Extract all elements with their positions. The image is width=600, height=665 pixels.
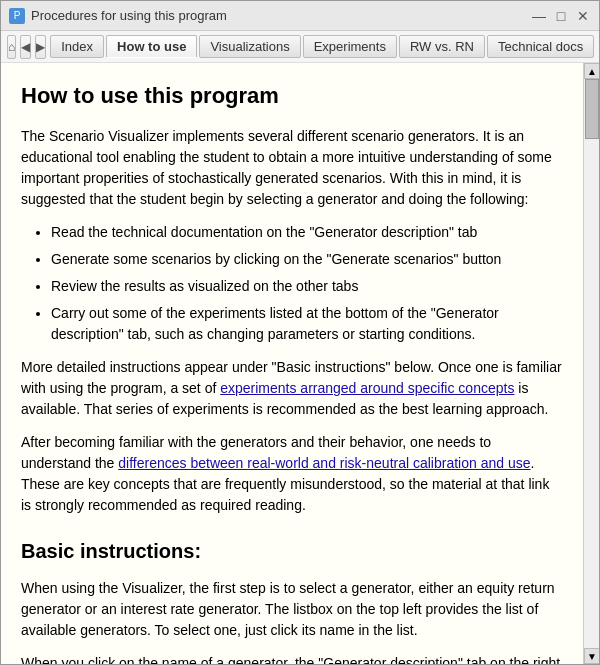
minimize-button[interactable]: — — [531, 8, 547, 24]
main-content: How to use this program The Scenario Vis… — [1, 63, 583, 664]
toolbar: ⌂ ◀ ▶ Index How to use Visualizations Ex… — [1, 31, 599, 63]
tab-navigation: Index How to use Visualizations Experime… — [50, 35, 594, 58]
back-button[interactable]: ◀ — [20, 35, 31, 59]
list-item: Review the results as visualized on the … — [51, 276, 563, 297]
close-button[interactable]: ✕ — [575, 8, 591, 24]
para2: More detailed instructions appear under … — [21, 357, 563, 420]
tab-technical-docs[interactable]: Technical docs — [487, 35, 594, 58]
basic-instructions-heading: Basic instructions: — [21, 536, 563, 566]
tab-experiments[interactable]: Experiments — [303, 35, 397, 58]
title-bar: P Procedures for using this program — □ … — [1, 1, 599, 31]
scroll-down-button[interactable]: ▼ — [584, 648, 599, 664]
para5: When you click on the name of a generato… — [21, 653, 563, 664]
content-area: How to use this program The Scenario Vis… — [1, 63, 599, 664]
maximize-button[interactable]: □ — [553, 8, 569, 24]
app-window: P Procedures for using this program — □ … — [0, 0, 600, 665]
para4: When using the Visualizer, the first ste… — [21, 578, 563, 641]
scrollbar-thumb[interactable] — [585, 79, 599, 139]
list-item: Generate some scenarios by clicking on t… — [51, 249, 563, 270]
rw-rn-link[interactable]: differences between real-world and risk-… — [118, 455, 530, 471]
bullet-list: Read the technical documentation on the … — [51, 222, 563, 345]
scroll-up-button[interactable]: ▲ — [584, 63, 599, 79]
experiments-link[interactable]: experiments arranged around specific con… — [220, 380, 514, 396]
scrollbar: ▲ ▼ — [583, 63, 599, 664]
tab-visualizations[interactable]: Visualizations — [199, 35, 300, 58]
forward-button[interactable]: ▶ — [35, 35, 46, 59]
tab-rw-vs-rn[interactable]: RW vs. RN — [399, 35, 485, 58]
tab-how-to-use[interactable]: How to use — [106, 35, 197, 58]
para3: After becoming familiar with the generat… — [21, 432, 563, 516]
page-title: How to use this program — [21, 79, 563, 112]
list-item: Read the technical documentation on the … — [51, 222, 563, 243]
home-button[interactable]: ⌂ — [7, 35, 16, 59]
window-controls: — □ ✕ — [531, 8, 591, 24]
app-icon: P — [9, 8, 25, 24]
intro-paragraph: The Scenario Visualizer implements sever… — [21, 126, 563, 210]
window-title: Procedures for using this program — [31, 8, 531, 23]
list-item: Carry out some of the experiments listed… — [51, 303, 563, 345]
scrollbar-track — [584, 79, 599, 648]
tab-index[interactable]: Index — [50, 35, 104, 58]
